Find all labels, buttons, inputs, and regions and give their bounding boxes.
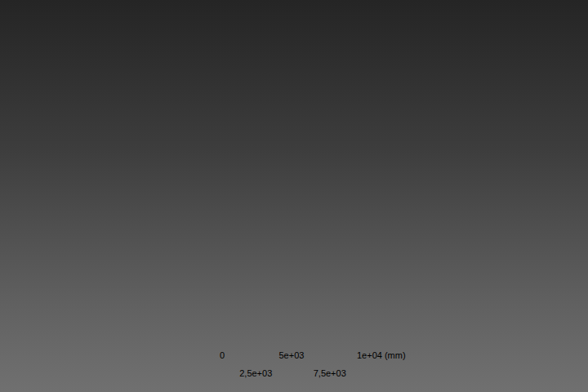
fea-viewport[interactable]: 0 5e+03 1e+04 (mm) 2,5e+03 7,5e+03 (0, 0, 588, 392)
ruler-tick-label-max: 1e+04 (mm) (357, 350, 406, 360)
ruler-segment-3 (293, 361, 330, 368)
ruler-top-labels: 0 5e+03 1e+04 (mm) (219, 350, 367, 361)
ruler-segment-1 (219, 361, 256, 368)
scale-ruler: 0 5e+03 1e+04 (mm) 2,5e+03 7,5e+03 (219, 350, 367, 379)
ruler-tick-label-mid: 5e+03 (279, 350, 305, 360)
ruler-bottom-labels: 2,5e+03 7,5e+03 (219, 368, 367, 379)
ruler-bar (219, 361, 367, 368)
model-canvas[interactable] (0, 0, 588, 392)
ruler-tick-label-zero: 0 (220, 350, 225, 360)
ruler-segment-2 (256, 361, 292, 368)
ruler-tick-label-q3: 7,5e+03 (314, 368, 346, 378)
ruler-segment-4 (330, 361, 367, 368)
ruler-tick-label-q1: 2,5e+03 (239, 368, 272, 378)
